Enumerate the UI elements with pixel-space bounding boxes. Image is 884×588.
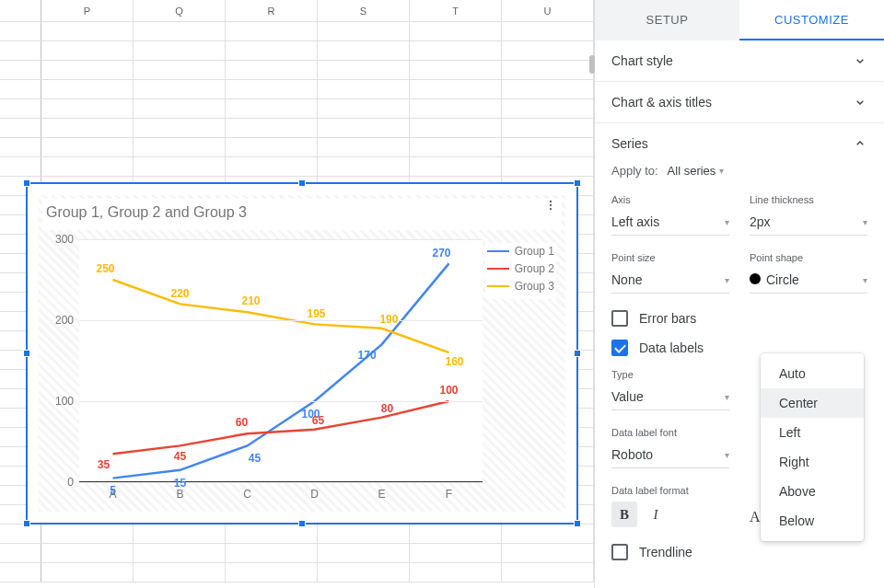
sidebar-scroll-indicator[interactable] (589, 55, 595, 74)
cell[interactable] (318, 99, 410, 118)
cell[interactable] (226, 138, 318, 156)
legend-item[interactable]: Group 3 (487, 280, 554, 293)
menu-item-right[interactable]: Right (761, 447, 864, 477)
cell[interactable] (318, 544, 410, 562)
cell[interactable] (134, 41, 226, 60)
cell[interactable] (502, 119, 594, 137)
cell[interactable] (134, 563, 226, 582)
tab-setup[interactable]: SETUP (595, 0, 739, 40)
cell[interactable] (410, 544, 502, 562)
cell[interactable] (0, 525, 41, 543)
cell[interactable] (134, 119, 226, 137)
resize-handle-tm[interactable] (298, 179, 306, 187)
cell[interactable] (502, 41, 594, 60)
row-header-corner[interactable] (0, 0, 41, 21)
cell[interactable] (41, 61, 134, 79)
column-header[interactable]: Q (134, 0, 226, 21)
legend-item[interactable]: Group 1 (487, 245, 554, 258)
cell[interactable] (134, 61, 226, 79)
cell[interactable] (0, 157, 41, 176)
cell[interactable] (318, 525, 410, 543)
cell[interactable] (502, 99, 594, 118)
column-header[interactable]: T (410, 0, 502, 21)
apply-to-select[interactable]: All series ▾ (668, 164, 725, 178)
cell[interactable] (134, 138, 226, 156)
chart[interactable]: Group 1, Group 2 and Group 3 0100200300A… (39, 195, 565, 512)
cell[interactable] (226, 544, 318, 562)
cell[interactable] (226, 61, 318, 79)
tab-customize[interactable]: CUSTOMIZE (739, 0, 884, 40)
trendline-checkbox[interactable] (611, 544, 628, 560)
font-select[interactable]: Roboto▾ (611, 444, 729, 468)
cell[interactable] (318, 41, 410, 60)
menu-item-below[interactable]: Below (761, 506, 864, 536)
cell[interactable] (502, 157, 594, 176)
cell[interactable] (0, 80, 41, 98)
cell[interactable] (318, 563, 410, 582)
cell[interactable] (502, 563, 594, 582)
italic-button[interactable]: I (643, 502, 669, 527)
resize-handle-br[interactable] (574, 520, 581, 527)
resize-handle-bm[interactable] (298, 520, 306, 527)
cell[interactable] (410, 525, 502, 543)
resize-handle-tl[interactable] (23, 179, 30, 187)
cell[interactable] (318, 80, 410, 98)
chart-legend[interactable]: Group 1Group 2Group 3 (485, 243, 556, 299)
resize-handle-mr[interactable] (574, 350, 581, 357)
cell[interactable] (134, 525, 226, 543)
cell[interactable] (0, 41, 41, 60)
cell[interactable] (41, 563, 134, 582)
cell[interactable] (502, 525, 594, 543)
cell[interactable] (134, 544, 226, 562)
cell[interactable] (41, 157, 134, 176)
section-series-header[interactable]: Series (595, 123, 884, 164)
cell[interactable] (41, 138, 134, 156)
section-chart-axis-titles[interactable]: Chart & axis titles (595, 82, 884, 123)
cell[interactable] (318, 138, 410, 156)
bold-button[interactable]: B (611, 502, 637, 527)
menu-item-center[interactable]: Center (761, 388, 864, 418)
chart-selection[interactable]: Group 1, Group 2 and Group 3 0100200300A… (26, 182, 578, 525)
cell[interactable] (226, 119, 318, 137)
type-select[interactable]: Value▾ (611, 386, 729, 410)
section-chart-style[interactable]: Chart style (595, 40, 884, 82)
cell[interactable] (41, 544, 134, 562)
cell[interactable] (0, 563, 41, 582)
cell[interactable] (410, 119, 502, 137)
cell[interactable] (226, 99, 318, 118)
point-size-select[interactable]: None▾ (611, 269, 729, 294)
cell[interactable] (134, 99, 226, 118)
cell[interactable] (0, 61, 41, 79)
cell[interactable] (134, 80, 226, 98)
cell[interactable] (226, 157, 318, 176)
menu-item-auto[interactable]: Auto (761, 359, 864, 388)
cell[interactable] (226, 563, 318, 582)
axis-select[interactable]: Left axis▾ (611, 211, 729, 236)
legend-item[interactable]: Group 2 (487, 262, 554, 275)
cell[interactable] (0, 99, 41, 118)
cell[interactable] (318, 22, 410, 40)
cell[interactable] (0, 22, 41, 40)
cell[interactable] (502, 544, 594, 562)
cell[interactable] (410, 138, 502, 156)
cell[interactable] (410, 41, 502, 60)
cell[interactable] (410, 61, 502, 79)
point-shape-select[interactable]: Circle▾ (750, 269, 867, 294)
cell[interactable] (226, 41, 318, 60)
chart-title[interactable]: Group 1, Group 2 and Group 3 (42, 199, 562, 230)
cell[interactable] (502, 61, 594, 79)
cell[interactable] (410, 157, 502, 176)
cell[interactable] (502, 138, 594, 156)
cell[interactable] (502, 80, 594, 98)
cell[interactable] (318, 157, 410, 176)
cell[interactable] (41, 119, 134, 137)
line-thickness-select[interactable]: 2px▾ (750, 211, 867, 236)
cell[interactable] (41, 22, 134, 40)
cell[interactable] (410, 563, 502, 582)
column-header[interactable]: U (502, 0, 594, 21)
resize-handle-bl[interactable] (23, 520, 30, 527)
cell[interactable] (318, 61, 410, 79)
cell[interactable] (502, 22, 594, 40)
column-header[interactable]: R (226, 0, 318, 21)
column-header[interactable]: P (41, 0, 134, 21)
